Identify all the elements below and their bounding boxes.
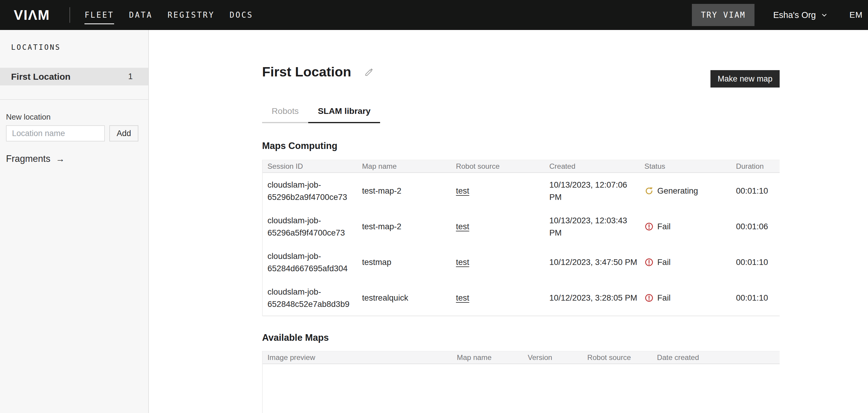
page-title: First Location [262, 63, 351, 80]
org-switcher[interactable]: Esha's Org [773, 10, 828, 20]
col-date-created: Date created [652, 353, 780, 362]
status-cell: Fail [640, 256, 733, 268]
fail-icon [645, 258, 654, 267]
duration: 00:01:06 [733, 220, 780, 233]
maps-computing-table: Session ID Map name Robot source Created… [262, 160, 780, 316]
nav-item-fleet[interactable]: FLEET [85, 10, 114, 20]
created-timestamp: 10/13/2023, 12:07:06 PM [545, 179, 640, 203]
col-robot-source: Robot source [451, 162, 545, 171]
created-timestamp: 10/13/2023, 12:03:43 PM [545, 214, 640, 239]
primary-nav: FLEET DATA REGISTRY DOCS [85, 10, 253, 20]
maps-computing-header-row: Session ID Map name Robot source Created… [263, 160, 780, 173]
top-nav: VIΛM FLEET DATA REGISTRY DOCS TRY VIAM E… [0, 0, 868, 30]
session-id: cloudslam-job-65284d667695afd304 [263, 250, 357, 274]
chevron-down-icon [821, 11, 828, 19]
edit-location-name-button[interactable] [364, 68, 373, 78]
new-location-label: New location [6, 112, 148, 122]
robot-source-link[interactable]: test [456, 293, 469, 302]
created-timestamp: 10/12/2023, 3:47:50 PM [545, 256, 640, 268]
col-robot-source: Robot source [583, 353, 652, 362]
generating-icon [645, 186, 654, 196]
robot-source-link[interactable]: test [456, 186, 469, 196]
col-version: Version [523, 353, 583, 362]
col-created: Created [545, 162, 640, 171]
main-content: First Location Make new map Robots SLAM … [149, 30, 868, 413]
nav-item-data[interactable]: DATA [129, 10, 153, 20]
status-cell: Fail [640, 292, 733, 304]
nav-item-registry[interactable]: REGISTRY [167, 10, 214, 20]
status-label: Generating [657, 185, 698, 197]
maps-computing-heading: Maps Computing [262, 141, 868, 151]
user-menu[interactable]: EM [849, 10, 863, 20]
available-maps-table: Image preview Map name Version Robot sou… [262, 351, 780, 413]
status-label: Fail [657, 220, 671, 233]
session-id: cloudslam-job-65296b2a9f4700ce73 [263, 179, 357, 203]
status-label: Fail [657, 256, 671, 268]
map-name: test-map-2 [357, 220, 452, 233]
session-id: cloudslam-job-652848c52e7ab8d3b9 [263, 286, 357, 310]
tab-robots[interactable]: Robots [262, 106, 308, 123]
location-robot-count: 1 [128, 72, 133, 81]
org-name: Esha's Org [773, 10, 816, 20]
sidebar-item-first-location[interactable]: First Location 1 [0, 68, 148, 85]
location-name: First Location [11, 71, 70, 82]
duration: 00:01:10 [733, 185, 780, 197]
fragments-link[interactable]: Fragments → [6, 153, 65, 164]
fail-icon [645, 293, 654, 302]
viam-fleet-page: VIΛM FLEET DATA REGISTRY DOCS TRY VIAM E… [0, 0, 868, 413]
status-cell: Generating [640, 185, 733, 197]
locations-sidebar: LOCATIONS First Location 1 New location … [0, 30, 149, 413]
duration: 00:01:10 [733, 292, 780, 304]
table-row: cloudslam-job-65296b2a9f4700ce73 test-ma… [263, 173, 780, 209]
arrow-right-icon: → [56, 154, 65, 164]
map-name: testrealquick [357, 292, 452, 304]
try-viam-button[interactable]: TRY VIAM [692, 4, 754, 26]
duration: 00:01:10 [733, 256, 780, 268]
map-name: test-map-2 [357, 185, 452, 197]
robot-source-link[interactable]: test [456, 258, 469, 267]
page-header: First Location Make new map [262, 63, 780, 88]
available-maps-header-row: Image preview Map name Version Robot sou… [263, 351, 780, 364]
status-cell: Fail [640, 220, 733, 233]
sidebar-heading: LOCATIONS [0, 30, 148, 52]
location-name-input[interactable] [6, 125, 105, 142]
pencil-icon [364, 68, 373, 77]
col-map-name: Map name [357, 162, 452, 171]
viam-logo[interactable]: VIΛM [14, 0, 50, 30]
created-timestamp: 10/12/2023, 3:28:05 PM [545, 292, 640, 304]
status-label: Fail [657, 292, 671, 304]
map-name: testmap [357, 256, 452, 268]
new-location-form: New location Add [0, 100, 148, 142]
fragments-label: Fragments [6, 153, 50, 164]
table-row: cloudslam-job-65296a5f9f4700ce73 test-ma… [263, 209, 780, 244]
tab-slam-library[interactable]: SLAM library [308, 106, 380, 123]
col-image-preview: Image preview [263, 353, 452, 362]
add-location-button[interactable]: Add [109, 125, 138, 142]
col-session-id: Session ID [263, 162, 357, 171]
col-map-name: Map name [452, 353, 523, 362]
nav-right: TRY VIAM Esha's Org EM [692, 4, 863, 26]
nav-item-docs[interactable]: DOCS [230, 10, 253, 20]
make-new-map-button[interactable]: Make new map [710, 70, 780, 88]
col-duration: Duration [733, 162, 780, 171]
available-maps-empty-body [263, 364, 780, 413]
table-row: cloudslam-job-652848c52e7ab8d3b9 testrea… [263, 280, 780, 316]
table-row: cloudslam-job-65284d667695afd304 testmap… [263, 244, 780, 280]
col-status: Status [640, 162, 733, 171]
fail-icon [645, 222, 654, 231]
nav-divider [69, 7, 70, 23]
session-id: cloudslam-job-65296a5f9f4700ce73 [263, 214, 357, 239]
robot-source-link[interactable]: test [456, 222, 469, 231]
location-tabs: Robots SLAM library [262, 106, 868, 123]
available-maps-heading: Available Maps [262, 332, 868, 343]
